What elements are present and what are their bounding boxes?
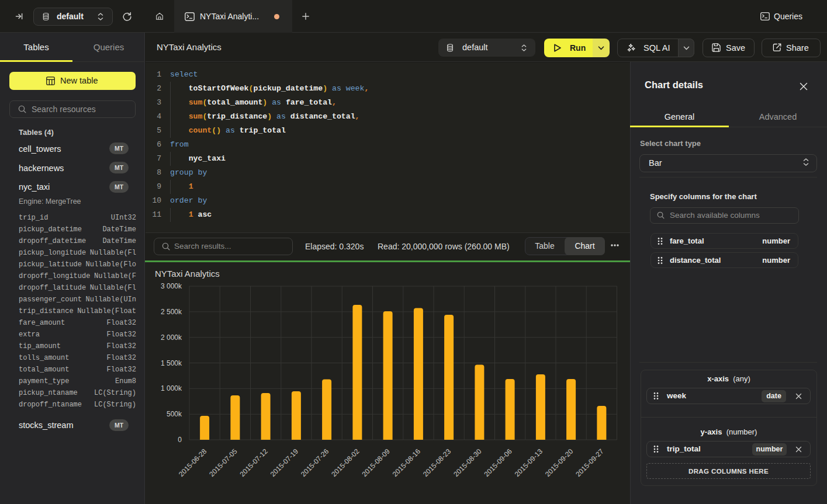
svg-text:2015-09-27: 2015-09-27 (574, 447, 605, 478)
svg-text:2015-09-13: 2015-09-13 (513, 447, 545, 478)
svg-text:2015-08-02: 2015-08-02 (330, 447, 361, 478)
svg-text:2015-07-05: 2015-07-05 (207, 447, 239, 478)
svg-text:NYTaxi Analytics: NYTaxi Analytics (155, 269, 220, 279)
svg-text:500k: 500k (167, 410, 182, 418)
svg-text:2015-07-19: 2015-07-19 (269, 447, 300, 478)
svg-text:2015-08-30: 2015-08-30 (452, 447, 483, 478)
svg-text:1 500k: 1 500k (161, 359, 182, 367)
svg-text:2015-07-26: 2015-07-26 (299, 447, 331, 478)
svg-text:3 000k: 3 000k (161, 282, 182, 290)
svg-text:1 000k: 1 000k (161, 384, 182, 392)
svg-text:2015-08-23: 2015-08-23 (421, 447, 453, 478)
svg-text:2015-06-28: 2015-06-28 (177, 447, 209, 478)
svg-text:2015-09-06: 2015-09-06 (482, 447, 514, 478)
svg-text:2 000k: 2 000k (161, 333, 182, 342)
svg-text:2 500k: 2 500k (161, 308, 182, 316)
svg-text:2015-07-12: 2015-07-12 (238, 447, 269, 478)
svg-text:0: 0 (178, 436, 182, 444)
svg-text:2015-08-16: 2015-08-16 (391, 447, 423, 478)
svg-text:2015-08-09: 2015-08-09 (360, 447, 392, 478)
svg-text:2015-09-20: 2015-09-20 (544, 447, 575, 478)
